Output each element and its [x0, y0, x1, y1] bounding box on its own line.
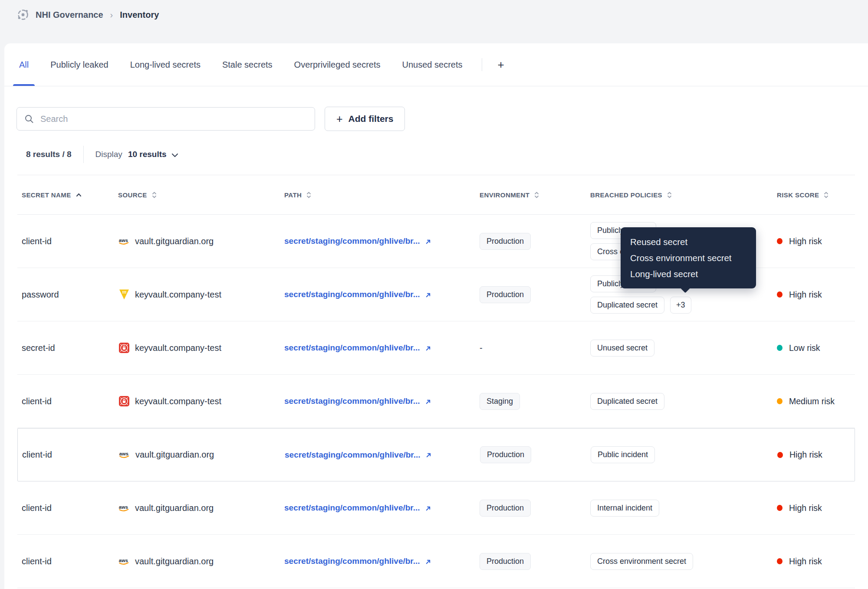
results-bar: 8 results / 8 Display 10 results — [26, 146, 855, 163]
environment-badge: Production — [480, 233, 531, 250]
tab-unused-secrets[interactable]: Unused secrets — [396, 43, 469, 86]
path-link[interactable]: secret/staging/common/ghlive/br... — [284, 396, 420, 406]
source-cell: awsvault.gitguardian.org — [118, 556, 284, 567]
environment-cell: Staging — [480, 393, 590, 410]
aws-icon: aws — [118, 449, 130, 461]
search-input[interactable] — [39, 114, 307, 124]
nhi-governance-logo-icon — [16, 8, 30, 21]
path-cell: secret/staging/common/ghlive/br... — [284, 343, 480, 353]
environment-cell: - — [480, 343, 590, 353]
column-header-risk-score[interactable]: RISK SCORE — [777, 191, 855, 199]
environment-cell: Production — [480, 286, 590, 303]
secret-name: client-id — [22, 503, 52, 513]
table-row[interactable]: client-idkeyvault.company-testsecret/sta… — [17, 375, 855, 428]
secret-name-cell: client-id — [22, 450, 118, 460]
tab-all[interactable]: All — [13, 43, 35, 86]
policy-line: Cross environment secret — [590, 553, 693, 570]
risk-label: High risk — [789, 290, 822, 300]
column-header-environment[interactable]: ENVIRONMENT — [480, 191, 590, 199]
inventory-card: AllPublicly leakedLong-lived secretsStal… — [4, 43, 868, 589]
secret-name: client-id — [22, 450, 52, 459]
table-header-row: SECRET NAMESOURCEPATHENVIRONMENTBREACHED… — [17, 175, 855, 215]
path-cell: secret/staging/common/ghlive/br... — [284, 503, 480, 513]
table-row[interactable]: client-idawsvault.gitguardian.orgsecret/… — [17, 481, 855, 535]
tab-stale-secrets[interactable]: Stale secrets — [216, 43, 279, 86]
source-name: vault.gitguardian.org — [135, 503, 214, 513]
risk-score-cell: High risk — [777, 503, 855, 513]
column-header-breached-policies[interactable]: BREACHED POLICIES — [590, 191, 777, 199]
tab-publicly-leaked[interactable]: Publicly leaked — [44, 43, 114, 86]
search-icon — [24, 114, 34, 124]
path-link[interactable]: secret/staging/common/ghlive/br... — [284, 343, 420, 353]
source-cell: keyvault.company-test — [118, 342, 284, 354]
source-name: vault.gitguardian.org — [135, 556, 214, 566]
path-link[interactable]: secret/staging/common/ghlive/br... — [284, 503, 420, 513]
column-header-path[interactable]: PATH — [284, 191, 480, 199]
secret-name: client-id — [22, 396, 52, 406]
path-cell: secret/staging/common/ghlive/br... — [284, 236, 480, 246]
table-row[interactable]: client-idawsvault.gitguardian.orgsecret/… — [17, 428, 855, 481]
risk-score-cell: High risk — [777, 556, 855, 566]
display-count-dropdown[interactable]: 10 results — [128, 150, 178, 159]
secret-name-cell: client-id — [22, 503, 118, 513]
source-cell: keyvault.company-test — [118, 396, 284, 407]
external-link-icon — [424, 345, 432, 352]
source-name: keyvault.company-test — [135, 343, 221, 353]
breadcrumb-app[interactable]: NHI Governance — [36, 10, 103, 20]
policy-badge: Public incident — [591, 446, 655, 463]
svg-text:aws: aws — [119, 557, 128, 563]
path-cell: secret/staging/common/ghlive/br... — [284, 290, 480, 299]
breached-policies-cell: Internal incident — [590, 500, 777, 517]
breached-policies-cell: Public incident — [591, 446, 777, 463]
secret-name: client-id — [22, 556, 52, 566]
breached-policies-cell: Unused secret — [590, 340, 777, 357]
column-header-source[interactable]: SOURCE — [118, 191, 284, 199]
secret-name-cell: client-id — [22, 396, 118, 406]
add-filters-button[interactable]: + Add filters — [325, 107, 405, 131]
keyvault-triangle-icon — [118, 289, 130, 301]
external-link-icon — [424, 238, 432, 245]
path-link[interactable]: secret/staging/common/ghlive/br... — [285, 450, 421, 460]
breadcrumb-chevron-icon: › — [110, 10, 113, 20]
risk-label: Low risk — [789, 343, 820, 353]
secret-name: secret-id — [22, 343, 55, 353]
sort-toggle-icon — [667, 191, 672, 199]
source-cell: awsvault.gitguardian.org — [118, 236, 284, 247]
breadcrumb-page: Inventory — [120, 10, 159, 20]
risk-score-cell: High risk — [777, 290, 855, 300]
tab-overprivileged-secrets[interactable]: Overprivileged secrets — [288, 43, 387, 86]
risk-label: High risk — [789, 503, 822, 513]
source-cell: awsvault.gitguardian.org — [118, 449, 285, 461]
breadcrumb: NHI Governance › Inventory — [16, 8, 159, 22]
risk-status-dot — [777, 505, 783, 511]
environment-empty: - — [480, 343, 483, 353]
secret-name-cell: secret-id — [22, 343, 118, 353]
search-box[interactable] — [16, 107, 315, 131]
risk-status-dot — [777, 238, 783, 244]
sort-toggle-icon — [152, 191, 157, 199]
secret-name-cell: client-id — [22, 556, 118, 566]
table-row[interactable]: client-idawsvault.gitguardian.orgsecret/… — [17, 535, 855, 588]
path-cell: secret/staging/common/ghlive/br... — [284, 396, 480, 406]
tab-long-lived-secrets[interactable]: Long-lived secrets — [124, 43, 207, 86]
add-tab-button[interactable]: + — [493, 59, 509, 70]
tooltip-policy-line: Cross environment secret — [630, 250, 746, 266]
lock-vault-icon — [118, 396, 130, 407]
column-header-secret-name[interactable]: SECRET NAME — [22, 191, 118, 199]
path-link[interactable]: secret/staging/common/ghlive/br... — [284, 290, 420, 299]
source-name: vault.gitguardian.org — [135, 236, 214, 246]
plus-icon: + — [336, 114, 343, 124]
external-link-icon — [424, 291, 432, 299]
path-link[interactable]: secret/staging/common/ghlive/br... — [284, 236, 420, 246]
table-row[interactable]: secret-idkeyvault.company-testsecret/sta… — [17, 321, 855, 375]
policy-badge: Duplicated secret — [590, 393, 664, 410]
policy-line: Duplicated secret — [590, 393, 664, 410]
more-policies-badge[interactable]: +3 — [670, 297, 691, 314]
environment-cell: Production — [480, 233, 590, 250]
source-name: vault.gitguardian.org — [135, 450, 214, 460]
environment-cell: Production — [480, 446, 591, 463]
column-label: PATH — [284, 191, 302, 199]
column-label: RISK SCORE — [777, 191, 819, 199]
path-link[interactable]: secret/staging/common/ghlive/br... — [284, 556, 420, 566]
breached-policies-tooltip: Reused secretCross environment secretLon… — [621, 227, 756, 288]
